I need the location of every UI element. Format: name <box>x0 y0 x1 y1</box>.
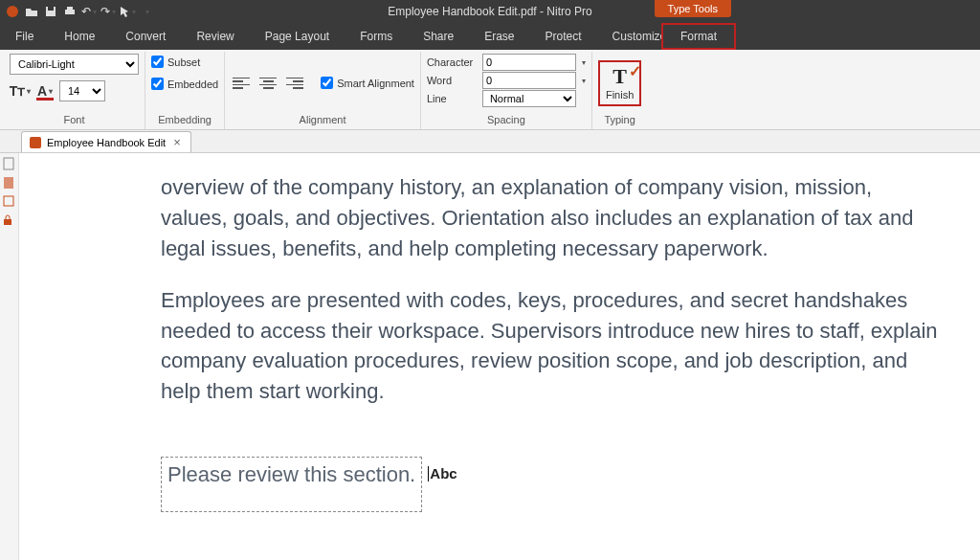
menu-forms[interactable]: Forms <box>345 23 408 50</box>
pdf-icon <box>30 137 41 148</box>
menu-convert[interactable]: Convert <box>110 23 181 50</box>
ribbon-label-font: Font <box>10 112 139 127</box>
document-tab-title: Employee Handbook Edit <box>47 137 166 148</box>
character-spacing-input[interactable] <box>482 54 576 71</box>
svg-point-0 <box>7 6 18 17</box>
finish-button[interactable]: T Finish <box>598 60 641 106</box>
text-cursor-indicator: Abc <box>428 463 457 484</box>
menu-erase[interactable]: Erase <box>469 23 529 50</box>
workarea: overview of the company history, an expl… <box>0 153 980 560</box>
open-icon[interactable] <box>23 3 40 20</box>
document-tab[interactable]: Employee Handbook Edit × <box>21 131 191 152</box>
ribbon-group-alignment: Smart Alignment Alignment <box>225 52 421 129</box>
svg-rect-2 <box>48 7 54 11</box>
bookmarks-panel-icon[interactable] <box>3 176 16 190</box>
menu-home[interactable]: Home <box>49 23 110 50</box>
svg-rect-7 <box>4 196 13 206</box>
ribbon-group-font: Calibri-Light Tᴛ▾ A▾ 14 Font <box>4 52 145 129</box>
edit-text: Please review this section. <box>167 462 415 486</box>
finish-icon: T <box>606 66 634 87</box>
text-size-icon[interactable]: Tᴛ▾ <box>10 81 31 101</box>
menu-file[interactable]: File <box>0 23 49 50</box>
word-spacing-label: Word <box>427 75 479 86</box>
embedded-checkbox[interactable]: Embedded <box>151 78 218 90</box>
window-title: Employee Handbook Edit.pdf - Nitro Pro <box>388 5 591 18</box>
menu-page-layout[interactable]: Page Layout <box>250 23 345 50</box>
layers-panel-icon[interactable] <box>3 195 16 209</box>
left-sidebar <box>0 153 19 560</box>
menubar: File Home Convert Review Page Layout For… <box>0 23 980 50</box>
svg-rect-5 <box>4 158 13 169</box>
context-tab-type-tools: Type Tools <box>655 0 731 17</box>
ribbon-label-embedding: Embedding <box>151 112 218 127</box>
font-family-select[interactable]: Calibri-Light <box>10 54 139 75</box>
ribbon-group-typing: T Finish Typing <box>592 52 647 129</box>
word-spacing-input[interactable] <box>482 72 576 89</box>
svg-rect-4 <box>67 7 73 10</box>
body-paragraph: Employees are presented with codes, keys… <box>161 285 942 408</box>
redo-icon[interactable]: ↷▾ <box>100 3 117 20</box>
titlebar: ↶▾ ↷▾ ▾ ▾ Employee Handbook Edit.pdf - N… <box>0 0 980 23</box>
body-paragraph: overview of the company history, an expl… <box>161 172 942 264</box>
align-center-button[interactable] <box>257 74 278 93</box>
character-spacing-label: Character <box>427 56 479 68</box>
svg-rect-6 <box>4 177 13 189</box>
menu-format[interactable]: Format <box>661 23 736 50</box>
align-left-button[interactable] <box>231 74 252 93</box>
svg-rect-8 <box>4 219 11 225</box>
smart-alignment-checkbox[interactable]: Smart Alignment <box>321 77 414 89</box>
line-spacing-label: Line <box>427 93 479 104</box>
document-page[interactable]: overview of the company history, an expl… <box>19 153 980 560</box>
line-spacing-select[interactable]: Normal <box>482 90 576 107</box>
menu-protect[interactable]: Protect <box>530 23 597 50</box>
font-color-icon[interactable]: A▾ <box>34 81 56 101</box>
finish-label: Finish <box>606 89 634 101</box>
ribbon-group-embedding: Subset Embedded Embedding <box>145 52 225 129</box>
menu-share[interactable]: Share <box>408 23 469 50</box>
ribbon-label-alignment: Alignment <box>231 112 414 127</box>
ribbon-group-spacing: Character▾ Word▾ LineNormal Spacing <box>421 52 592 129</box>
align-right-button[interactable] <box>284 74 305 93</box>
save-icon[interactable] <box>42 3 59 20</box>
pages-panel-icon[interactable] <box>3 157 16 170</box>
undo-icon[interactable]: ↶▾ <box>80 3 98 20</box>
ribbon: Calibri-Light Tᴛ▾ A▾ 14 Font Subset Embe… <box>0 50 980 130</box>
svg-rect-3 <box>65 10 75 14</box>
select-tool-icon[interactable]: ▾ <box>119 3 136 20</box>
text-edit-box[interactable]: Please review this section. <box>161 457 422 512</box>
quick-access-toolbar: ↶▾ ↷▾ ▾ ▾ <box>4 3 155 20</box>
print-icon[interactable] <box>61 3 78 20</box>
close-tab-button[interactable]: × <box>171 135 183 149</box>
qat-customize-icon[interactable]: ▾ <box>138 3 155 20</box>
ribbon-label-spacing: Spacing <box>427 112 586 127</box>
ribbon-label-typing: Typing <box>598 112 641 127</box>
security-panel-icon[interactable] <box>3 214 16 228</box>
document-tabstrip: Employee Handbook Edit × <box>0 130 980 153</box>
font-size-select[interactable]: 14 <box>59 80 105 101</box>
menu-review[interactable]: Review <box>181 23 249 50</box>
subset-checkbox[interactable]: Subset <box>151 56 200 68</box>
app-icon <box>4 3 21 20</box>
